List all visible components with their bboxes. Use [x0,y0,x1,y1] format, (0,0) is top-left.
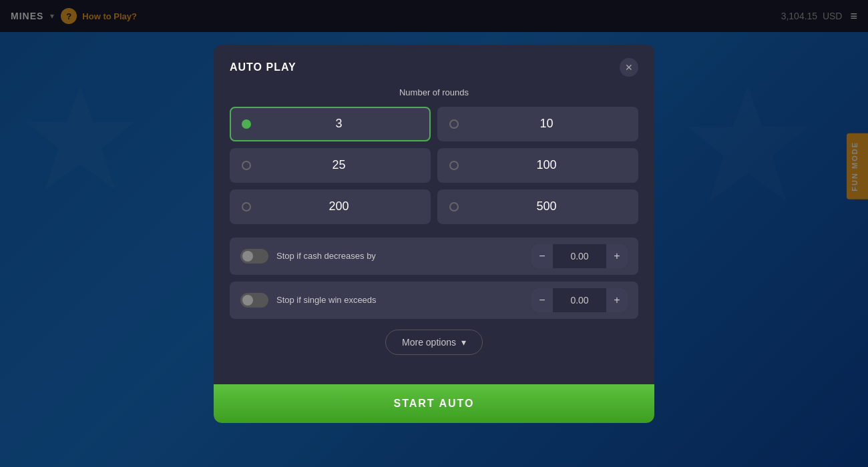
more-options-button[interactable]: More options ▾ [385,330,483,355]
radio-dot-3 [242,119,251,129]
stop-win-minus[interactable]: − [531,288,553,312]
stop-win-label: Stop if single win exceeds [276,295,523,305]
stop-cash-label: Stop if cash decreases by [276,251,523,261]
stop-cash-row: Stop if cash decreases by − 0.00 + [230,238,638,275]
radio-dot-100 [449,161,459,170]
round-option-3[interactable]: 3 [230,107,431,141]
autoplay-modal: AUTO PLAY ✕ Number of rounds 3 10 [214,45,654,423]
rounds-grid: 3 10 25 100 200 [230,107,638,224]
round-value-3: 3 [259,117,419,131]
stop-win-plus[interactable]: + [606,288,628,312]
stop-cash-plus[interactable]: + [606,244,628,268]
radio-dot-10 [449,119,459,129]
stop-win-control: − 0.00 + [531,288,628,312]
radio-dot-25 [242,161,251,170]
radio-dot-500 [449,202,459,211]
stop-win-value: 0.00 [553,295,606,306]
stop-win-row: Stop if single win exceeds − 0.00 + [230,282,638,319]
stop-cash-control: − 0.00 + [531,244,628,268]
modal-overlay: AUTO PLAY ✕ Number of rounds 3 10 [0,0,868,467]
stop-cash-minus[interactable]: − [531,244,553,268]
stop-cash-toggle[interactable] [240,249,268,264]
round-option-10[interactable]: 10 [437,107,638,141]
radio-dot-200 [242,202,251,211]
start-auto-button[interactable]: START AUTO [214,384,654,423]
modal-title: AUTO PLAY [230,61,296,73]
round-value-200: 200 [259,199,419,213]
round-option-100[interactable]: 100 [437,148,638,183]
stop-win-toggle[interactable] [240,293,268,308]
round-value-100: 100 [467,158,626,172]
round-value-25: 25 [259,158,419,172]
stop-cash-value: 0.00 [553,251,606,262]
more-options-chevron: ▾ [461,337,466,348]
round-option-25[interactable]: 25 [230,148,431,183]
modal-body: Number of rounds 3 10 25 [214,87,654,384]
close-button[interactable]: ✕ [620,58,638,77]
modal-header: AUTO PLAY ✕ [214,45,654,87]
round-option-500[interactable]: 500 [437,189,638,224]
rounds-label: Number of rounds [230,87,638,97]
more-options-label: More options [402,337,456,348]
round-value-500: 500 [467,199,626,213]
more-options-row: More options ▾ [230,330,638,355]
round-option-200[interactable]: 200 [230,189,431,224]
round-value-10: 10 [467,117,626,131]
